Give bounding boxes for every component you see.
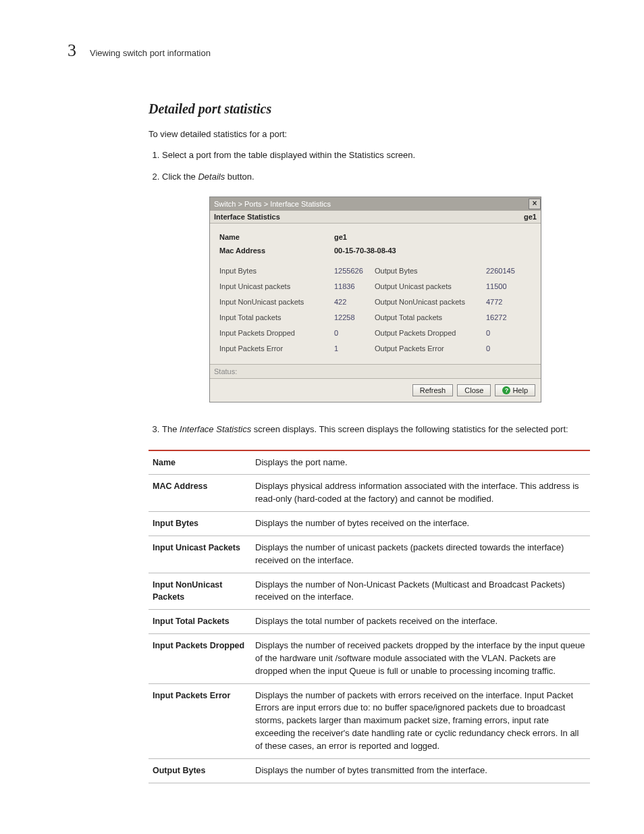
definition-row: Input Total PacketsDisplays the total nu… [149, 610, 590, 634]
intro-text: To view detailed statistics for a port: [149, 129, 590, 139]
definition-desc: Displays the number of unicast packets (… [251, 536, 590, 573]
refresh-button[interactable]: Refresh [412, 384, 454, 396]
definition-row: Input Unicast PacketsDisplays the number… [149, 536, 590, 573]
stats-grid: Input Bytes 1255626 Output Bytes 2260145… [219, 267, 533, 353]
definitions-table: NameDisplays the port name.MAC AddressDi… [149, 450, 590, 783]
steps-list: Select a port from the table displayed w… [149, 149, 590, 183]
definition-term: Output Bytes [149, 758, 251, 783]
interface-statistics-dialog: Switch > Ports > Interface Statistics × … [209, 197, 541, 402]
definition-term: MAC Address [149, 475, 251, 512]
page-header: 3 Viewing switch port information [68, 41, 590, 61]
definition-term: Input NonUnicast Packets [149, 573, 251, 610]
name-value: ge1 [334, 233, 347, 241]
mac-label: Mac Address [219, 246, 334, 255]
stats-row: Input Packets Dropped 0 Output Packets D… [219, 329, 533, 337]
definition-desc: Displays the port name. [251, 450, 590, 475]
definition-desc: Displays the number of packets with erro… [251, 683, 590, 758]
definition-term: Input Packets Error [149, 683, 251, 758]
definition-desc: Displays the total number of packets rec… [251, 610, 590, 634]
stats-row: Input Unicast packets 11836 Output Unica… [219, 282, 533, 290]
step-2: Click the Details button. [162, 170, 590, 184]
definition-desc: Displays the number of Non-Unicast Packe… [251, 573, 590, 610]
definition-row: Input Packets DroppedDisplays the number… [149, 634, 590, 684]
definition-desc: Displays the number of received packets … [251, 634, 590, 684]
definition-row: Input Packets ErrorDisplays the number o… [149, 683, 590, 758]
dialog-body: Name ge1 Mac Address 00-15-70-38-08-43 I… [210, 224, 541, 364]
definition-row: MAC AddressDisplays physical address inf… [149, 475, 590, 512]
help-button[interactable]: ? Help [495, 384, 535, 396]
panel-title: Interface Statistics [214, 213, 280, 221]
close-button[interactable]: Close [457, 384, 491, 396]
mac-value: 00-15-70-38-08-43 [334, 246, 396, 255]
definition-row: Input BytesDisplays the number of bytes … [149, 512, 590, 536]
definition-term: Name [149, 450, 251, 475]
step-1: Select a port from the table displayed w… [162, 149, 590, 162]
stats-row: Input Bytes 1255626 Output Bytes 2260145 [219, 267, 533, 275]
dialog-titlebar: Switch > Ports > Interface Statistics × [210, 197, 541, 211]
stats-row: Input Total packets 12258 Output Total p… [219, 313, 533, 321]
page-number: 3 [68, 41, 76, 61]
section-title: Detailed port statistics [149, 101, 590, 117]
definition-desc: Displays physical address information as… [251, 475, 590, 512]
stats-row: Input Packets Error 1 Output Packets Err… [219, 344, 533, 353]
definition-term: Input Bytes [149, 512, 251, 536]
dialog-breadcrumb: Switch > Ports > Interface Statistics [214, 200, 529, 208]
steps-list-cont: The Interface Statistics screen displays… [149, 423, 590, 436]
close-icon[interactable]: × [529, 199, 541, 209]
definition-desc: Displays the number of bytes received on… [251, 512, 590, 536]
dialog-subheader: Interface Statistics ge1 [210, 211, 541, 224]
dialog-status: Status: [210, 364, 541, 379]
definition-row: NameDisplays the port name. [149, 450, 590, 475]
definition-row: Input NonUnicast PacketsDisplays the num… [149, 573, 590, 610]
page-header-text: Viewing switch port information [90, 48, 211, 58]
definition-term: Input Total Packets [149, 610, 251, 634]
definition-term: Input Unicast Packets [149, 536, 251, 573]
step-3: The Interface Statistics screen displays… [162, 423, 590, 436]
dialog-buttons: Refresh Close ? Help [210, 379, 541, 402]
help-icon: ? [502, 386, 510, 394]
definition-row: Output BytesDisplays the number of bytes… [149, 758, 590, 783]
name-label: Name [219, 233, 334, 241]
definition-term: Input Packets Dropped [149, 634, 251, 684]
definition-desc: Displays the number of bytes transmitted… [251, 758, 590, 783]
stats-row: Input NonUnicast packets 422 Output NonU… [219, 298, 533, 306]
panel-title-right: ge1 [524, 213, 537, 221]
